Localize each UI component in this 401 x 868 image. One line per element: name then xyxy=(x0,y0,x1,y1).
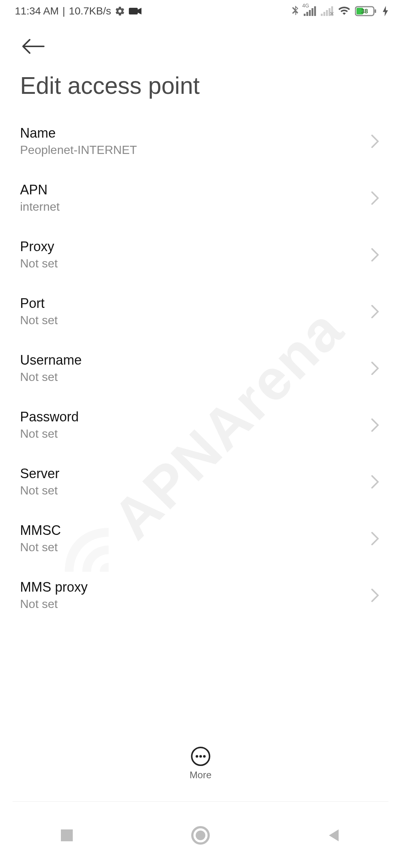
chevron-right-icon xyxy=(371,248,379,262)
chevron-right-icon xyxy=(371,191,379,205)
setting-value: internet xyxy=(20,200,60,214)
svg-rect-20 xyxy=(61,829,73,841)
page-title: Edit access point xyxy=(0,59,401,113)
svg-rect-6 xyxy=(321,14,323,16)
svg-point-18 xyxy=(199,755,202,758)
divider xyxy=(13,801,388,802)
chevron-right-icon xyxy=(371,362,379,375)
more-icon xyxy=(190,746,211,766)
navigation-bar xyxy=(0,813,401,858)
setting-value: Not set xyxy=(20,427,79,441)
setting-proxy[interactable]: Proxy Not set xyxy=(20,226,381,283)
setting-title: MMS proxy xyxy=(20,579,88,595)
chevron-right-icon xyxy=(371,305,379,318)
setting-value: Not set xyxy=(20,597,88,611)
more-button[interactable]: More xyxy=(189,746,211,781)
setting-value: Not set xyxy=(20,484,59,497)
battery-icon: 38 xyxy=(355,6,378,17)
svg-rect-3 xyxy=(309,10,311,16)
signal-sim1-label: 4G xyxy=(302,3,309,9)
chevron-right-icon xyxy=(371,475,379,489)
status-separator: | xyxy=(62,5,65,17)
status-bar: 11:34 AM | 10.7KB/s 4G 38 xyxy=(0,0,401,22)
camera-icon xyxy=(129,7,141,16)
triangle-left-icon xyxy=(327,828,342,843)
status-time: 11:34 AM xyxy=(15,5,59,17)
setting-apn[interactable]: APN internet xyxy=(20,170,381,226)
chevron-right-icon xyxy=(371,589,379,602)
setting-port[interactable]: Port Not set xyxy=(20,283,381,340)
setting-server[interactable]: Server Not set xyxy=(20,453,381,510)
wifi-icon xyxy=(338,6,351,16)
setting-title: Username xyxy=(20,352,82,368)
svg-rect-4 xyxy=(312,8,313,16)
settings-icon xyxy=(115,6,125,16)
bluetooth-icon xyxy=(291,6,299,17)
back-button[interactable] xyxy=(20,33,46,59)
svg-rect-15 xyxy=(375,9,376,13)
nav-home-button[interactable] xyxy=(163,817,238,854)
svg-point-19 xyxy=(203,755,206,758)
setting-value: Not set xyxy=(20,257,58,270)
svg-rect-7 xyxy=(323,12,325,16)
chevron-right-icon xyxy=(371,418,379,432)
arrow-left-icon xyxy=(22,39,45,54)
setting-title: Name xyxy=(20,125,137,141)
svg-point-22 xyxy=(196,831,205,840)
setting-username[interactable]: Username Not set xyxy=(20,340,381,397)
settings-list: Name Peoplenet-INTERNET APN internet Pro… xyxy=(0,113,401,803)
svg-rect-1 xyxy=(304,14,306,16)
svg-rect-0 xyxy=(129,8,138,14)
svg-rect-8 xyxy=(326,10,328,16)
svg-rect-2 xyxy=(306,12,308,16)
square-icon xyxy=(59,828,74,843)
nav-recents-button[interactable] xyxy=(30,817,104,854)
setting-mmsc[interactable]: MMSC Not set xyxy=(20,510,381,567)
setting-value: Peoplenet-INTERNET xyxy=(20,143,137,157)
signal-sim1-icon: 4G xyxy=(304,6,316,16)
status-right: 4G 38 xyxy=(291,6,388,17)
setting-password[interactable]: Password Not set xyxy=(20,397,381,453)
svg-rect-9 xyxy=(329,8,330,16)
header-row xyxy=(0,22,401,59)
battery-percent: 38 xyxy=(361,8,368,14)
setting-value: Not set xyxy=(20,540,61,554)
circle-icon xyxy=(191,826,210,845)
setting-name[interactable]: Name Peoplenet-INTERNET xyxy=(20,113,381,170)
setting-title: MMSC xyxy=(20,523,61,538)
setting-title: Server xyxy=(20,466,59,481)
setting-value: Not set xyxy=(20,313,58,327)
setting-title: APN xyxy=(20,182,60,198)
charging-icon xyxy=(382,6,388,16)
chevron-right-icon xyxy=(371,135,379,148)
more-label: More xyxy=(189,769,211,781)
svg-point-17 xyxy=(196,755,198,758)
svg-rect-5 xyxy=(314,6,316,16)
setting-title: Proxy xyxy=(20,239,58,254)
setting-value: Not set xyxy=(20,370,82,384)
status-netspeed: 10.7KB/s xyxy=(69,5,111,17)
nav-back-button[interactable] xyxy=(297,817,371,854)
setting-title: Port xyxy=(20,296,58,311)
setting-title: Password xyxy=(20,409,79,425)
setting-mms-proxy[interactable]: MMS proxy Not set xyxy=(20,567,381,624)
status-left: 11:34 AM | 10.7KB/s xyxy=(15,5,141,17)
chevron-right-icon xyxy=(371,532,379,545)
signal-sim2-icon xyxy=(321,6,333,16)
